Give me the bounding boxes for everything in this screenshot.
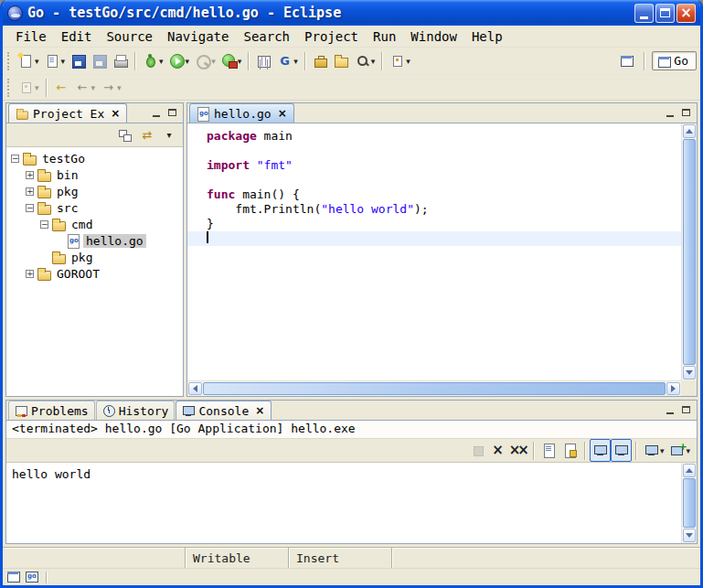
close-button[interactable]: ×: [676, 4, 696, 23]
new-file-button[interactable]: ▾: [42, 49, 69, 72]
back-button[interactable]: ←▾: [72, 76, 99, 99]
editor-horizontal-scrollbar[interactable]: [187, 380, 681, 396]
menu-file[interactable]: File: [8, 27, 54, 46]
close-icon[interactable]: ×: [254, 404, 265, 417]
expander-plus-icon[interactable]: +: [26, 270, 34, 278]
chevron-down-icon[interactable]: ▾: [35, 57, 39, 66]
expander-plus-icon[interactable]: +: [26, 187, 34, 196]
maximize-view-button[interactable]: [679, 106, 693, 119]
print-button[interactable]: [110, 49, 131, 72]
maximize-view-button[interactable]: [165, 106, 179, 119]
tree-item-testgo[interactable]: −testGo: [6, 150, 183, 166]
open-perspective-button[interactable]: [616, 49, 637, 72]
scroll-lock-button[interactable]: [559, 439, 581, 462]
minimize-view-button[interactable]: [149, 106, 163, 119]
maximize-button[interactable]: [655, 4, 675, 23]
terminate-button[interactable]: [468, 439, 489, 462]
toolbox-button[interactable]: [310, 49, 331, 72]
new-go-app-button[interactable]: [253, 49, 274, 72]
collapse-all-button[interactable]: [114, 123, 136, 146]
profile-button[interactable]: ▾: [192, 49, 218, 72]
fast-view-icon[interactable]: [6, 571, 21, 583]
tab-project-explorer[interactable]: Project Ex ×: [8, 103, 127, 123]
menu-project[interactable]: Project: [297, 27, 366, 46]
clear-console-button[interactable]: [538, 439, 559, 462]
tab-problems[interactable]: Problems: [8, 401, 95, 420]
editor-vertical-scrollbar[interactable]: [681, 123, 697, 380]
expander-minus-icon[interactable]: −: [26, 204, 34, 212]
debug-button[interactable]: ▾: [140, 49, 166, 72]
chevron-down-icon[interactable]: ▾: [159, 57, 164, 66]
menu-window[interactable]: Window: [403, 27, 464, 46]
chevron-down-icon[interactable]: ▾: [660, 446, 665, 455]
toolbar-grip[interactable]: [7, 79, 12, 97]
run-button[interactable]: ▾: [166, 49, 193, 72]
show-stderr-toggle[interactable]: [611, 439, 632, 462]
chevron-down-icon[interactable]: ▾: [61, 57, 66, 66]
console-output-area[interactable]: hello world: [6, 463, 697, 543]
tree-item-pkg[interactable]: pkg: [6, 249, 183, 265]
expander-minus-icon[interactable]: −: [40, 220, 48, 229]
scrollbar-thumb[interactable]: [203, 382, 666, 395]
tab-console[interactable]: Console×: [176, 401, 272, 420]
scroll-down-button[interactable]: [683, 366, 696, 380]
tree-item-cmd[interactable]: −cmd: [6, 216, 183, 232]
view-menu-button[interactable]: ▾: [158, 123, 180, 146]
save-button[interactable]: [68, 49, 89, 72]
tree-item-bin[interactable]: +bin: [6, 166, 183, 183]
display-selected-console-button[interactable]: ▾: [641, 439, 667, 462]
tab-history[interactable]: History: [96, 401, 176, 420]
chevron-down-icon[interactable]: ▾: [186, 57, 190, 66]
scroll-up-button[interactable]: [683, 124, 696, 138]
minimize-button[interactable]: [634, 4, 654, 23]
scroll-right-button[interactable]: [666, 382, 680, 395]
save-all-button[interactable]: [89, 49, 110, 72]
pin-editor-button[interactable]: ▾: [16, 76, 42, 99]
scroll-down-button[interactable]: [683, 529, 696, 542]
forward-button[interactable]: →▾: [98, 76, 124, 99]
show-stdout-toggle[interactable]: [590, 439, 611, 462]
close-icon[interactable]: ×: [277, 107, 288, 120]
minimize-view-button[interactable]: [663, 106, 676, 119]
chevron-down-icon[interactable]: ▾: [35, 83, 39, 92]
scroll-up-button[interactable]: [683, 464, 696, 477]
remove-all-launches-button[interactable]: ××: [506, 439, 529, 462]
chevron-down-icon[interactable]: ▾: [91, 83, 96, 92]
open-resource-button[interactable]: [331, 49, 352, 72]
tree-item-goroot[interactable]: +GOROOT: [6, 265, 183, 282]
menu-source[interactable]: Source: [99, 27, 160, 46]
expander-minus-icon[interactable]: −: [11, 155, 19, 163]
scrollbar-thumb[interactable]: [683, 139, 696, 365]
new-wizard-button[interactable]: ▾: [16, 49, 42, 72]
menu-edit[interactable]: Edit: [54, 27, 100, 46]
menu-run[interactable]: Run: [366, 27, 403, 46]
menu-search[interactable]: Search: [236, 27, 297, 46]
last-edit-location-button[interactable]: ←: [51, 76, 72, 99]
chevron-down-icon[interactable]: ▾: [293, 57, 298, 66]
go-menu-button[interactable]: ▾: [274, 49, 301, 72]
chevron-down-icon[interactable]: ▾: [117, 83, 122, 92]
chevron-down-icon[interactable]: ▾: [406, 57, 410, 66]
title-bar[interactable]: Go - testGo/src/cmd/hello.go - Eclipse ×: [3, 0, 700, 26]
scroll-left-button[interactable]: [188, 382, 202, 395]
annotation-menu-button[interactable]: ▾: [387, 49, 413, 72]
tab-hello-go[interactable]: hello.go ×: [189, 103, 294, 123]
expander-plus-icon[interactable]: +: [26, 171, 34, 179]
console-output-text[interactable]: hello world: [6, 463, 681, 543]
tree-item-pkg[interactable]: +pkg: [6, 183, 183, 199]
fast-view-go-icon[interactable]: [25, 571, 39, 583]
console-scrollbar[interactable]: [681, 463, 697, 543]
minimize-view-button[interactable]: [663, 403, 676, 416]
search-button[interactable]: ▾: [352, 49, 378, 72]
menu-navigate[interactable]: Navigate: [160, 27, 236, 46]
chevron-down-icon[interactable]: ▾: [238, 57, 242, 66]
menu-help[interactable]: Help: [464, 27, 510, 46]
chevron-down-icon[interactable]: ▾: [211, 57, 216, 66]
close-icon[interactable]: ×: [110, 107, 121, 120]
link-with-editor-button[interactable]: ⇄: [136, 123, 158, 146]
external-tools-button[interactable]: ▾: [218, 49, 245, 72]
toolbar-grip[interactable]: [7, 52, 12, 70]
remove-launch-button[interactable]: ×: [489, 439, 506, 462]
scrollbar-thumb[interactable]: [683, 478, 696, 528]
chevron-down-icon[interactable]: ▾: [371, 57, 376, 66]
